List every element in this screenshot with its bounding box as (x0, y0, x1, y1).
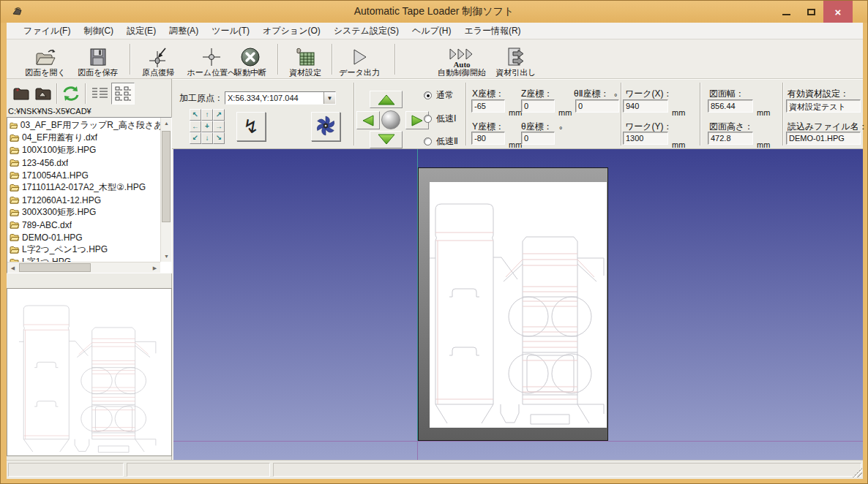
folder-icon (10, 208, 20, 217)
origin-grid-button[interactable]: ↗ (213, 109, 225, 121)
resize-grip-icon[interactable] (853, 468, 862, 477)
file-list-item[interactable]: 100X100矩形.HPG (7, 144, 160, 156)
material-table-icon (294, 46, 316, 68)
drawing-canvas[interactable] (173, 149, 863, 460)
scroll-right-icon[interactable]: ▶ (149, 262, 160, 273)
file-list-item[interactable]: DEMO-01.HPG (7, 231, 160, 243)
file-list-item[interactable]: 123-456.dxf (7, 156, 160, 169)
file-list-item[interactable]: 03_AF_BF用フラップR_高さ段さあり.dxf (7, 119, 160, 132)
menu-item[interactable]: 制御(C) (77, 23, 120, 39)
title-bar[interactable]: Automatic Tape Loader 制御ソフト × (1, 1, 867, 23)
file-list-item[interactable]: 789-ABC.dxf (7, 219, 160, 231)
chevron-down-icon[interactable]: ▼ (323, 92, 335, 104)
horizontal-scrollbar[interactable]: ◀ ▶ (7, 262, 160, 273)
auto-start-button[interactable]: Auto 自動制御開始 (434, 41, 490, 77)
list-view-button[interactable] (89, 83, 110, 105)
file-list-item[interactable]: 1712060A1-12.HPG (7, 194, 160, 206)
scroll-down-icon[interactable]: ▼ (161, 251, 172, 262)
minimize-button[interactable] (777, 1, 796, 23)
scroll-left-icon[interactable]: ◀ (7, 262, 18, 273)
z-coord-label: Z座標： (521, 88, 553, 100)
file-list-item[interactable]: L字1つ.HPG (7, 256, 160, 262)
menu-item[interactable]: システム設定(S) (327, 23, 405, 39)
toolbar-separator (394, 44, 396, 75)
theta2-coord-unit: ° (614, 92, 617, 101)
menu-item[interactable]: 調整(A) (162, 23, 205, 39)
detail-view-button[interactable] (111, 83, 135, 105)
open-folder-icon (34, 46, 56, 68)
save-drawing-button[interactable]: 図面を保存 (70, 41, 127, 77)
theta2-coord-label: θⅡ座標： (574, 88, 610, 100)
z-coord-field: 0 (521, 99, 555, 113)
menu-item[interactable]: ツール(T) (205, 23, 256, 39)
speed-radio[interactable]: 低速Ⅰ (424, 113, 476, 125)
material-settings-button[interactable]: 資材設定 (282, 41, 329, 77)
step-move-button[interactable]: ↯ (236, 112, 266, 141)
floppy-disk-icon (89, 46, 108, 68)
vertical-scrollbar[interactable]: ▲ ▼ (160, 118, 171, 262)
drive-interrupt-button[interactable]: 駆動中断 (226, 41, 274, 77)
status-panel-1 (8, 463, 124, 477)
jog-down-button[interactable] (370, 131, 403, 148)
menu-item[interactable]: エラー情報(R) (457, 23, 527, 39)
sheet-frame (418, 167, 608, 441)
jog-center-ball[interactable] (381, 110, 400, 129)
origin-dropdown[interactable]: X:56.334,Y:107.044 ▼ (225, 91, 336, 105)
origin-grid-button[interactable]: ↙ (190, 132, 201, 144)
origin-return-icon (148, 46, 168, 68)
origin-grid-button[interactable]: ↘ (213, 132, 225, 144)
origin-grid-button[interactable]: ↑ (201, 109, 213, 121)
vertical-scroll-thumb[interactable] (162, 131, 171, 222)
menu-bar: ファイル(F)制御(C)設定(E)調整(A)ツール(T)オプション(O)システム… (7, 23, 863, 39)
cad-drawing (430, 182, 607, 428)
work-y-unit: mm (672, 140, 685, 149)
menu-item[interactable]: ヘルプ(H) (405, 23, 458, 39)
pullout-arrows-icon (506, 46, 526, 68)
origin-grid-button[interactable]: + (201, 121, 213, 132)
material-pullout-button[interactable]: 資材引出し (493, 41, 539, 77)
origin-grid-button[interactable]: ↓ (201, 132, 213, 144)
file-list-item[interactable]: 04_EF用蓋有り.dxf (7, 132, 160, 144)
speed-radio[interactable]: 通常 (424, 89, 476, 102)
theta-coord-unit: ° (559, 125, 562, 134)
origin-grid-button[interactable]: ↖ (190, 109, 201, 121)
folder-icon (10, 134, 20, 143)
y-coord-field: -80 (471, 132, 505, 145)
folder-up-button[interactable] (33, 83, 53, 105)
origin-grid-button[interactable]: → (213, 121, 225, 132)
menu-item[interactable]: ファイル(F) (17, 23, 77, 39)
menu-item[interactable]: 設定(E) (120, 23, 162, 39)
origin-dropdown-value: X:56.334,Y:107.044 (225, 92, 323, 104)
theta2-coord-field: 0 (575, 99, 619, 113)
toolbar-separator (130, 44, 131, 75)
speed-radio[interactable]: 低速Ⅱ (424, 135, 476, 148)
close-button[interactable]: × (823, 1, 853, 23)
group-separator (465, 83, 467, 145)
maximize-button[interactable] (801, 1, 820, 23)
menu-item[interactable]: オプション(O) (256, 23, 327, 39)
origin-grid-button[interactable]: ← (190, 121, 201, 132)
pinwheel-button[interactable] (311, 112, 340, 141)
folder-button[interactable] (11, 83, 31, 105)
file-list-item[interactable]: L字2つ_ペン1つ.HPG (7, 243, 160, 256)
file-list-item[interactable]: 1710054A1.HPG (7, 169, 160, 181)
file-browser-panel: C:¥NSK¥NS-X5¥CAD¥ 03_AF_BF用フラップR_高さ段さあり.… (7, 79, 172, 460)
work-boundary-vertical (417, 441, 418, 460)
radio-icon (424, 137, 432, 145)
zigzag-arrow-icon: ↯ (243, 117, 259, 136)
data-output-button[interactable]: データ出力 (336, 41, 383, 77)
origin-return-button[interactable]: 原点復帰 (134, 41, 182, 77)
play-triangle-icon (350, 46, 369, 68)
z-coord-unit: mm (558, 108, 572, 117)
file-list-item[interactable]: 300X300矩形.HPG (7, 206, 160, 219)
drawing-height-field: 472.8 (708, 132, 753, 145)
file-list-item[interactable]: 1711011A2-017A2_木型②.HPG (7, 181, 160, 194)
scroll-up-icon[interactable]: ▲ (161, 118, 172, 129)
work-boundary-horizontal (173, 441, 863, 442)
origin-label: 加工原点： (179, 92, 223, 105)
jog-up-button[interactable] (370, 91, 403, 108)
open-drawing-button[interactable]: 図面を開く (15, 41, 75, 77)
jog-left-button[interactable] (356, 111, 380, 129)
horizontal-scroll-thumb[interactable] (19, 263, 91, 272)
refresh-button[interactable] (61, 83, 81, 105)
